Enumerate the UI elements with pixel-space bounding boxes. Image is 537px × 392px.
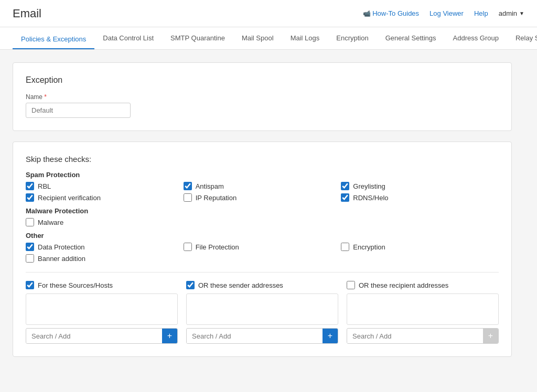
other-grid: Data Protection File Protection Encrypti… <box>26 243 499 263</box>
label-sources-hosts: For these Sources/Hosts <box>38 281 113 289</box>
page-title: Email <box>13 7 41 20</box>
skip-checks-title: Skip these checks: <box>26 155 499 164</box>
label-rdns-helo: RDNS/Helo <box>353 194 388 202</box>
tab-mail-spool[interactable]: Mail Spool <box>233 28 282 49</box>
label-recipient-addresses: OR these recipient addresses <box>359 281 448 289</box>
log-viewer-link[interactable]: Log Viewer <box>429 9 464 17</box>
recipient-addresses-add-button[interactable]: + <box>483 329 498 343</box>
check-antispam: Antispam <box>184 182 341 190</box>
check-rbl: RBL <box>26 182 184 190</box>
exception-card-title: Exception <box>26 75 499 85</box>
chevron-down-icon: ▼ <box>519 10 524 16</box>
other-label: Other <box>26 232 499 239</box>
sources-hosts-search-bar: + <box>26 328 178 344</box>
tab-data-control-list[interactable]: Data Control List <box>94 28 162 49</box>
check-rdns-helo: RDNS/Helo <box>341 193 499 202</box>
recipient-addresses-col: OR these recipient addresses + <box>347 281 499 344</box>
label-banner-addition: Banner addition <box>38 255 85 263</box>
recipient-addresses-list <box>347 293 499 325</box>
help-link[interactable]: Help <box>474 9 488 17</box>
check-data-protection: Data Protection <box>26 243 184 251</box>
tab-relay-settings[interactable]: Relay Settings <box>507 28 537 49</box>
checkbox-sources-hosts[interactable] <box>26 281 34 289</box>
check-malware: Malware <box>26 218 184 226</box>
malware-protection-label: Malware Protection <box>26 207 499 215</box>
checkbox-antispam[interactable] <box>184 182 192 190</box>
sender-addresses-header: OR these sender addresses <box>186 281 338 289</box>
section-divider <box>26 272 499 273</box>
checkbox-ip-reputation[interactable] <box>184 193 192 202</box>
label-data-protection: Data Protection <box>38 243 85 251</box>
checkbox-recipient-addresses[interactable] <box>347 281 355 289</box>
checkbox-data-protection[interactable] <box>26 243 34 251</box>
video-icon: 📹 <box>363 10 371 17</box>
label-ip-reputation: IP Reputation <box>196 194 237 202</box>
spam-protection-grid: RBL Antispam Greylisting Recipient verif… <box>26 182 499 202</box>
tab-general-settings[interactable]: General Settings <box>377 28 445 49</box>
label-recipient-verification: Recipient verification <box>38 194 101 202</box>
tab-policies-exceptions[interactable]: Policies & Exceptions <box>13 28 94 49</box>
label-antispam: Antispam <box>196 182 224 190</box>
label-sender-addresses: OR these sender addresses <box>198 281 283 289</box>
checkbox-banner-addition[interactable] <box>26 254 34 263</box>
label-greylisting: Greylisting <box>353 182 385 190</box>
main-content: Exception Name * Skip these checks: Spam… <box>0 50 524 380</box>
check-recipient-verification: Recipient verification <box>26 193 184 202</box>
checkbox-encryption[interactable] <box>341 243 349 251</box>
skip-checks-card: Skip these checks: Spam Protection RBL A… <box>13 141 512 357</box>
exception-card: Exception Name * <box>13 62 512 131</box>
sender-addresses-list <box>186 293 338 325</box>
label-rbl: RBL <box>38 182 51 190</box>
sender-addresses-add-button[interactable]: + <box>323 329 338 343</box>
checkbox-recipient-verification[interactable] <box>26 193 34 202</box>
name-input[interactable] <box>26 103 131 118</box>
tab-smtp-quarantine[interactable]: SMTP Quarantine <box>162 28 233 49</box>
check-encryption: Encryption <box>341 243 499 251</box>
checkbox-greylisting[interactable] <box>341 182 349 190</box>
recipient-addresses-header: OR these recipient addresses <box>347 281 499 289</box>
sender-addresses-col: OR these sender addresses + <box>186 281 338 344</box>
label-malware: Malware <box>38 219 63 226</box>
check-file-protection: File Protection <box>184 243 341 251</box>
label-file-protection: File Protection <box>196 243 239 251</box>
required-indicator: * <box>44 93 47 101</box>
check-ip-reputation: IP Reputation <box>184 193 341 202</box>
checkbox-file-protection[interactable] <box>184 243 192 251</box>
sender-addresses-search-input[interactable] <box>187 329 323 343</box>
recipient-addresses-search-bar: + <box>347 328 499 344</box>
tab-encryption[interactable]: Encryption <box>328 28 377 49</box>
malware-protection-grid: Malware <box>26 218 499 226</box>
spam-protection-label: Spam Protection <box>26 171 499 179</box>
how-to-guides-link[interactable]: 📹 How-To Guides <box>363 9 420 17</box>
top-nav: 📹 How-To Guides Log Viewer Help admin ▼ <box>363 9 524 17</box>
sources-hosts-col: For these Sources/Hosts + <box>26 281 178 344</box>
sender-addresses-search-bar: + <box>186 328 338 344</box>
name-label: Name * <box>26 93 499 101</box>
label-encryption: Encryption <box>353 243 385 251</box>
checkbox-malware[interactable] <box>26 218 34 226</box>
check-banner-addition: Banner addition <box>26 254 184 263</box>
sources-hosts-search-input[interactable] <box>26 329 162 343</box>
recipient-addresses-search-input[interactable] <box>347 329 483 343</box>
checkbox-sender-addresses[interactable] <box>186 281 195 289</box>
sources-hosts-list <box>26 293 178 325</box>
checkbox-rdns-helo[interactable] <box>341 193 349 202</box>
sources-grid: For these Sources/Hosts + OR these sende… <box>26 281 499 344</box>
sources-hosts-add-button[interactable]: + <box>162 329 177 343</box>
checkbox-rbl[interactable] <box>26 182 34 190</box>
check-greylisting: Greylisting <box>341 182 499 190</box>
top-bar: Email 📹 How-To Guides Log Viewer Help ad… <box>0 0 537 27</box>
tab-address-group[interactable]: Address Group <box>445 28 507 49</box>
admin-menu[interactable]: admin ▼ <box>499 9 524 17</box>
sources-hosts-header: For these Sources/Hosts <box>26 281 178 289</box>
tab-mail-logs[interactable]: Mail Logs <box>282 28 328 49</box>
tab-bar: Policies & Exceptions Data Control List … <box>0 27 537 50</box>
